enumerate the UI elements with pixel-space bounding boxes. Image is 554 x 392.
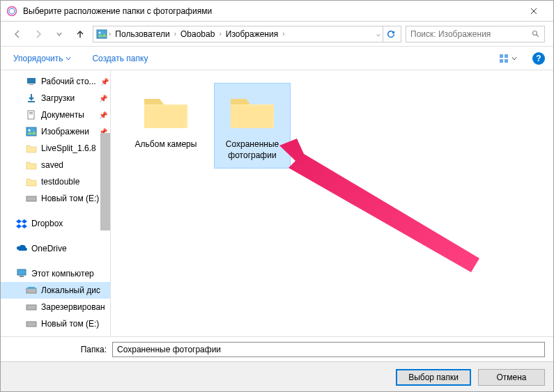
svg-point-16 xyxy=(29,130,31,132)
tree-label: Загрузки xyxy=(41,93,75,103)
folder-item[interactable]: Альбом камеры xyxy=(128,83,204,158)
tree-label: Новый том (E:) xyxy=(41,194,99,203)
drive-icon xyxy=(26,285,37,296)
window-title: Выберите расположение папки с фотография… xyxy=(23,6,520,16)
svg-rect-2 xyxy=(97,30,107,38)
sidebar-reserved[interactable]: Зарезервирован xyxy=(1,299,110,315)
svg-rect-15 xyxy=(26,127,36,136)
search-icon xyxy=(532,30,540,38)
organize-button[interactable]: Упорядочить xyxy=(9,51,75,66)
svg-rect-12 xyxy=(28,111,34,119)
sidebar-newvol[interactable]: Новый том (E:) xyxy=(1,315,110,332)
forward-button[interactable] xyxy=(30,26,47,42)
sidebar-localdisk[interactable]: Локальный дис xyxy=(1,282,110,299)
svg-point-1 xyxy=(9,8,15,14)
arrow-right-icon xyxy=(33,29,44,40)
app-icon xyxy=(6,6,17,17)
svg-rect-17 xyxy=(26,196,36,201)
folder-label: Альбом камеры xyxy=(131,139,201,150)
tree-label: Этот компьютер xyxy=(31,269,94,279)
svg-rect-13 xyxy=(29,112,33,113)
nav-row: › Пользователи › Obaobab › Изображения ›… xyxy=(1,22,553,47)
svg-point-3 xyxy=(99,31,101,33)
button-row: Выбор папки Отмена xyxy=(1,361,553,392)
sidebar-thispc[interactable]: Этот компьютер xyxy=(1,265,110,282)
refresh-icon xyxy=(386,29,396,39)
drive-icon xyxy=(26,301,37,313)
title-bar: Выберите расположение папки с фотография… xyxy=(1,1,553,22)
new-folder-button[interactable]: Создать папку xyxy=(88,51,152,66)
search-input[interactable] xyxy=(410,29,532,39)
sidebar-item[interactable]: testdouble xyxy=(1,173,110,190)
svg-rect-14 xyxy=(29,113,33,114)
main-area: Рабочий сто... 📌 Загрузки 📌 Документы 📌 … xyxy=(1,70,553,336)
folder-label: Сохраненные фотографии xyxy=(217,139,287,161)
tree-label: Dropbox xyxy=(31,219,63,228)
arrow-up-icon xyxy=(75,29,86,40)
sidebar-item[interactable]: saved xyxy=(1,157,110,173)
tree-label: Локальный дис xyxy=(41,285,100,295)
breadcrumb-item[interactable]: Пользователи xyxy=(111,29,174,39)
toolbar: Упорядочить Создать папку ? xyxy=(1,47,553,70)
close-icon xyxy=(530,8,537,15)
svg-rect-19 xyxy=(20,276,24,277)
folder-icon xyxy=(26,143,37,154)
sidebar-dropbox[interactable]: Dropbox xyxy=(1,215,110,232)
onedrive-icon xyxy=(16,243,27,254)
sidebar-item[interactable]: Новый том (E:) xyxy=(1,190,110,207)
folder-name-input[interactable] xyxy=(112,342,545,357)
pin-icon: 📌 xyxy=(99,111,107,119)
help-button[interactable]: ? xyxy=(532,52,545,65)
breadcrumb-dropdown[interactable]: ⌵ xyxy=(374,30,383,38)
svg-rect-18 xyxy=(17,269,26,275)
folder-name-row: Папка: xyxy=(1,336,553,361)
close-button[interactable] xyxy=(520,1,548,21)
tree-label: Новый том (E:) xyxy=(41,319,99,329)
sidebar-item[interactable]: Рабочий сто... 📌 xyxy=(1,73,110,90)
svg-rect-22 xyxy=(26,305,36,310)
dropbox-icon xyxy=(16,218,27,229)
svg-rect-10 xyxy=(29,84,33,85)
view-button[interactable] xyxy=(496,51,520,66)
breadcrumb-item[interactable]: Obaobab xyxy=(176,29,219,39)
breadcrumb-item[interactable]: Изображения xyxy=(222,29,282,39)
folder-icon xyxy=(26,159,37,171)
svg-rect-23 xyxy=(26,322,36,327)
pictures-icon xyxy=(26,126,37,137)
recent-dropdown[interactable] xyxy=(51,26,68,42)
svg-rect-6 xyxy=(505,54,508,58)
sidebar-onedrive[interactable]: OneDrive xyxy=(1,240,110,257)
cancel-button[interactable]: Отмена xyxy=(478,369,545,386)
svg-rect-7 xyxy=(500,59,503,63)
breadcrumb-bar[interactable]: › Пользователи › Obaobab › Изображения ›… xyxy=(93,26,401,42)
tree-label: Рабочий сто... xyxy=(41,77,96,86)
arrow-left-icon xyxy=(12,29,23,40)
refresh-button[interactable] xyxy=(383,26,398,42)
pin-icon: 📌 xyxy=(99,95,107,102)
pin-icon: 📌 xyxy=(100,78,109,86)
chevron-down-icon xyxy=(66,56,71,61)
organize-label: Упорядочить xyxy=(13,54,63,63)
back-button[interactable] xyxy=(9,26,26,42)
folder-icon xyxy=(226,91,278,132)
sidebar-scrollbar[interactable] xyxy=(100,133,110,230)
desktop-icon xyxy=(26,76,37,87)
svg-point-4 xyxy=(533,31,537,35)
drive-icon xyxy=(26,193,37,204)
sidebar[interactable]: Рабочий сто... 📌 Загрузки 📌 Документы 📌 … xyxy=(1,70,111,336)
tree-label: Зарезервирован xyxy=(41,302,105,312)
select-folder-button[interactable]: Выбор папки xyxy=(396,369,471,386)
breadcrumb-sep: › xyxy=(282,30,284,38)
tree-label: LiveSplit_1.6.8 xyxy=(41,143,96,153)
tree-label: testdouble xyxy=(41,177,79,187)
sidebar-item[interactable]: Изображени 📌 xyxy=(1,123,110,140)
documents-icon xyxy=(26,109,37,120)
sidebar-item[interactable]: Документы 📌 xyxy=(1,107,110,123)
content-pane[interactable]: Альбом камеры Сохраненные фотографии xyxy=(111,70,553,336)
sidebar-item[interactable]: LiveSplit_1.6.8 xyxy=(1,140,110,157)
up-button[interactable] xyxy=(72,26,89,42)
sidebar-item[interactable]: Загрузки 📌 xyxy=(1,90,110,107)
thispc-icon xyxy=(16,268,27,279)
search-box[interactable] xyxy=(406,26,545,42)
folder-item[interactable]: Сохраненные фотографии xyxy=(214,83,291,168)
